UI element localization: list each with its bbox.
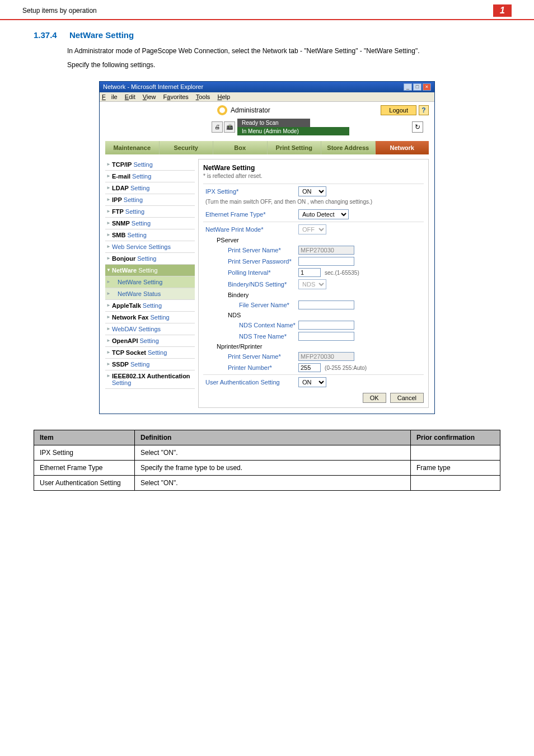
nav-netware-status-label: NetWare Status [118, 290, 161, 297]
bns-label: Bindery/NDS Setting* [203, 281, 298, 288]
psp-input[interactable] [298, 257, 354, 266]
psn-input[interactable] [298, 246, 354, 255]
tab-store-address[interactable]: Store Address [321, 141, 376, 154]
window-title: Network - Microsoft Internet Explorer [103, 83, 203, 90]
ndstn-label: NDS Tree Name* [203, 333, 298, 340]
nav-webdav-label: WebDAV Settings [112, 326, 161, 332]
admin-indicator: Administrator [217, 105, 270, 115]
nav-netware-setting-label: NetWare Setting [118, 279, 162, 285]
ndstn-input[interactable] [298, 332, 354, 341]
menu-tools[interactable]: Tools [196, 93, 210, 100]
nav-bonjour-a: Bonjour [112, 255, 135, 262]
ipx-select[interactable]: ON [298, 186, 326, 196]
def-row: User Authentication Setting Select "ON". [34, 475, 500, 490]
maximize-button[interactable]: □ [413, 83, 421, 91]
npm-label: NetWare Print Mode* [203, 226, 298, 233]
def-th-item: Item [34, 430, 135, 445]
def-cell-item: User Authentication Setting [34, 475, 135, 490]
nav-snmp-b: Setting [132, 220, 151, 227]
header-chapter-badge: 1 [493, 4, 512, 17]
nav-email[interactable]: E-mail Setting [105, 171, 195, 182]
nav-openapi[interactable]: OpenAPI Setting [105, 335, 195, 347]
nav-ieee8021x[interactable]: IEEE802.1X Authentication Setting [105, 370, 195, 389]
sidebar: TCP/IP Setting E-mail Setting LDAP Setti… [105, 159, 195, 408]
cancel-button[interactable]: Cancel [390, 393, 424, 403]
def-cell-prior: Frame type [411, 460, 500, 475]
pnum-label: Printer Number* [203, 364, 298, 371]
psn2-input[interactable] [298, 352, 354, 361]
reload-button[interactable]: ↻ [412, 121, 423, 133]
def-cell-prior [411, 445, 500, 460]
help-button[interactable]: ? [419, 105, 429, 115]
nav-webservice[interactable]: Web Service Settings [105, 241, 195, 253]
poll-input[interactable] [298, 268, 321, 277]
tab-network[interactable]: Network [376, 141, 429, 154]
close-button[interactable]: × [423, 83, 431, 91]
poll-unit: sec.(1-65535) [325, 270, 359, 276]
fsn-label: File Server Name* [203, 302, 298, 308]
menu-file[interactable]: File [102, 93, 118, 100]
nav-ipp[interactable]: IPP Setting [105, 194, 195, 206]
def-cell-def: Select "ON". [135, 445, 411, 460]
header-breadcrumb: Setup items by operation [22, 7, 97, 15]
tab-maintenance[interactable]: Maintenance [105, 141, 160, 154]
section-heading: 1.37.4 NetWare Setting [0, 20, 534, 44]
menu-edit[interactable]: Edit [125, 93, 135, 100]
menu-view[interactable]: View [143, 93, 156, 100]
menu-help[interactable]: Help [217, 93, 230, 100]
uas-select[interactable]: ON [298, 377, 326, 387]
nav-appletalk[interactable]: AppleTalk Setting [105, 300, 195, 312]
minimize-button[interactable]: _ [404, 83, 412, 91]
bns-select[interactable]: NDS [298, 279, 326, 289]
def-row: Ethernet Frame Type Specify the frame ty… [34, 460, 500, 475]
nprinter-label: Nprinter/Rprinter [203, 343, 298, 350]
psn-label: Print Server Name* [203, 247, 298, 253]
admin-icon [217, 105, 227, 115]
fsn-input[interactable] [298, 300, 354, 309]
def-cell-item: Ethernet Frame Type [34, 460, 135, 475]
app-top-row: Administrator Logout ? [100, 102, 434, 115]
nav-email-b: Setting [132, 173, 151, 180]
window-controls: _ □ × [404, 83, 431, 91]
nav-netware-status[interactable]: NetWare Status [105, 288, 195, 300]
nav-tcpip-a: TCP/IP [112, 161, 132, 168]
pnum-input[interactable] [298, 363, 321, 372]
eft-select[interactable]: Auto Detect [298, 209, 349, 219]
uas-label: User Authentication Setting [203, 379, 298, 386]
nav-netware-a: NetWare [112, 267, 137, 274]
nav-smb[interactable]: SMB Setting [105, 229, 195, 241]
tab-print-setting[interactable]: Print Setting [268, 141, 322, 154]
ipx-hint: (Turn the main switch OFF, and then ON ,… [203, 198, 424, 208]
nav-ftp[interactable]: FTP Setting [105, 206, 195, 218]
main-tabs: Maintenance Security Box Print Setting S… [105, 141, 429, 154]
npm-select[interactable]: OFF [298, 224, 326, 234]
nav-smb-b: Setting [128, 232, 147, 238]
tab-security[interactable]: Security [160, 141, 214, 154]
nav-ipp-b: Setting [124, 196, 143, 203]
nav-netware[interactable]: NetWare Setting [105, 265, 195, 276]
logout-button[interactable]: Logout [381, 105, 416, 115]
nav-ssdp[interactable]: SSDP Setting [105, 359, 195, 370]
nav-netware-setting[interactable]: NetWare Setting [105, 276, 195, 288]
nav-ssdp-a: SSDP [112, 361, 129, 368]
nav-tcpip[interactable]: TCP/IP Setting [105, 159, 195, 171]
nav-webdav[interactable]: WebDAV Settings [105, 323, 195, 335]
ok-button[interactable]: OK [363, 393, 386, 403]
nav-email-a: E-mail [112, 173, 130, 180]
nav-appletalk-a: AppleTalk [112, 302, 141, 309]
intro-paragraph-1: In Administrator mode of PageScope Web C… [0, 44, 534, 58]
scanner-status-icon: 📠 [224, 121, 235, 133]
nav-tcpsocket[interactable]: TCP Socket Setting [105, 347, 195, 359]
tab-box[interactable]: Box [213, 141, 268, 154]
browser-menubar[interactable]: File Edit View Favorites Tools Help [100, 92, 434, 102]
nav-ldap[interactable]: LDAP Setting [105, 182, 195, 194]
nav-networkfax-b: Setting [150, 314, 169, 321]
psp-label: Print Server Password* [203, 258, 298, 265]
ndscn-input[interactable] [298, 321, 354, 330]
nav-bonjour[interactable]: Bonjour Setting [105, 253, 195, 265]
nav-networkfax[interactable]: Network Fax Setting [105, 312, 195, 323]
status-row: 🖨 📠 Ready to Scan In Menu (Admin Mode) ↻ [212, 119, 429, 135]
nav-ipp-a: IPP [112, 196, 122, 203]
menu-favorites[interactable]: Favorites [163, 93, 189, 100]
nav-snmp[interactable]: SNMP Setting [105, 218, 195, 229]
